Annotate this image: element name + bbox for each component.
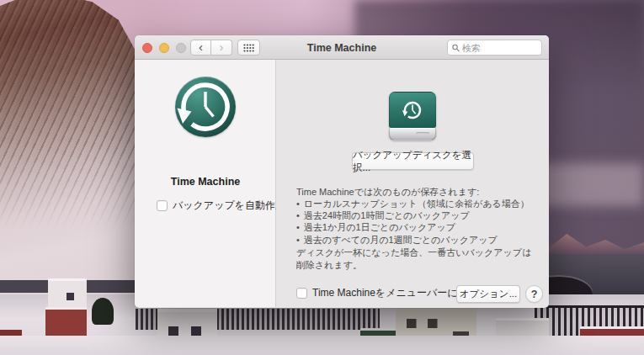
sidebar: Time Machine バックアップを自動作成 [135,60,276,307]
show-all-button[interactable] [237,40,260,56]
content-panel: バックアップディスクを選択... Time Machineでは次のものが保存され… [276,60,549,307]
select-backup-disk-button[interactable]: バックアップディスクを選択... [352,152,474,170]
close-button[interactable] [142,43,152,53]
traffic-lights [142,43,186,53]
disk-full-note: ディスクが一杯になった場合、一番古いバックアップは削除されます。 [296,246,535,272]
bullet-glyph: • [296,198,300,209]
back-button[interactable]: ‹ [190,40,211,56]
backup-disk-icon-base [389,128,436,140]
wallpaper-snow-foreground [0,336,644,355]
backup-description-list: • ローカルスナップショット（領域に余裕がある場合） • 過去24時間の1時間ご… [296,198,535,246]
nav-buttons: ‹ › [190,40,232,56]
show-in-menubar-label: Time Machineをメニューバーに表示 [312,286,478,300]
show-in-menubar-checkbox[interactable] [296,288,307,299]
time-machine-preferences-window: ‹ › Time Machine [135,35,549,308]
auto-backup-checkbox[interactable] [157,200,168,211]
time-machine-icon [175,77,236,137]
search-input[interactable] [462,43,537,53]
bullet-glyph: • [296,209,300,221]
search-icon [452,44,460,52]
menubar-toggle-row: Time Machineをメニューバーに表示 [296,286,478,300]
options-button[interactable]: オプション... [456,285,520,303]
time-machine-logo-small [402,99,423,121]
search-field[interactable] [447,40,542,56]
titlebar[interactable]: ‹ › Time Machine [135,35,549,60]
help-button[interactable]: ? [525,285,543,303]
backup-description-intro: Time Machineでは次のものが保存されます: [296,186,535,199]
list-item: • 過去1か月の1日ごとのバックアップ [296,221,535,233]
bullet-glyph: • [296,234,300,246]
time-arrow-head [178,109,192,125]
minimize-button[interactable] [159,43,169,53]
backup-disk-icon-slot [416,132,429,135]
grid-icon [243,44,254,52]
app-name-label: Time Machine [135,176,276,188]
backup-disk-icon [389,92,436,140]
zoom-button-disabled [176,43,186,53]
wallpaper-house-white-left [48,278,87,310]
wallpaper-house-red-left [45,307,88,336]
forward-button: › [211,40,232,56]
auto-backup-row: バックアップを自動作成 [157,199,285,213]
list-item: • ローカルスナップショット（領域に余裕がある場合） [296,198,535,209]
wallpaper-tree [92,298,114,325]
list-item: • 過去のすべての月の1週間ごとのバックアップ [296,234,535,246]
backup-disk-icon-face [389,92,436,128]
auto-backup-label: バックアップを自動作成 [173,199,285,213]
list-item: • 過去24時間の1時間ごとのバックアップ [296,209,535,221]
bullet-glyph: • [296,221,300,233]
